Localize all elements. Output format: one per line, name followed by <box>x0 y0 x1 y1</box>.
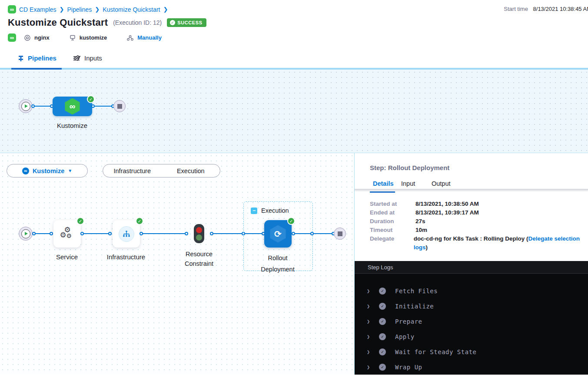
chevron-right-icon[interactable]: ❯ <box>367 349 379 355</box>
stage-execution-canvas[interactable]: ∞ Kustomize ▼ Infrastructure Execution ⚙… <box>0 153 354 375</box>
step-logs-list: ❯ ✓ Fetch Files ❯ ✓ Initialize ❯ ✓ Prepa… <box>355 274 588 375</box>
view-toggle: Infrastructure Execution <box>103 164 220 177</box>
toggle-infrastructure[interactable]: Infrastructure <box>103 167 162 174</box>
gears-icon: ⚙⚙⚙ <box>60 226 75 242</box>
tab-details[interactable]: Details <box>373 180 394 187</box>
breadcrumb-kustomize-quickstart[interactable]: Kustomize Quickstart <box>103 6 160 13</box>
service-icon <box>24 34 31 41</box>
details-tabs: Details Input Output <box>355 180 588 189</box>
tab-inputs[interactable]: Inputs <box>73 54 102 62</box>
pipeline-icon <box>17 55 24 62</box>
stage-start-node <box>19 227 33 241</box>
chevron-right-icon[interactable]: ❯ <box>367 318 379 325</box>
environment-icon <box>69 34 76 41</box>
edge-dot <box>91 104 95 108</box>
log-row-initialize[interactable]: ❯ ✓ Initialize <box>367 298 588 314</box>
chevron-right-icon[interactable]: ❯ <box>367 303 379 309</box>
step-label-resource-constraint: Resource Constraint <box>175 250 223 269</box>
edge <box>83 233 111 234</box>
stop-icon <box>117 104 122 109</box>
log-row-fetch-files[interactable]: ❯ ✓ Fetch Files <box>367 283 588 298</box>
stage-selector-dropdown[interactable]: ∞ Kustomize ▼ <box>7 164 88 177</box>
success-check-icon: ✓ <box>76 217 84 225</box>
detail-row-started-at: Started at 8/13/2021, 10:38:50 AM <box>370 200 588 208</box>
step-details-title: Step: Rollout Deployment <box>370 164 588 171</box>
service-name: nginx <box>34 34 50 41</box>
detail-row-delegate: Delegate doc-cd-ng for K8s Task : Rollin… <box>370 234 588 252</box>
cd-module-icon: ∞ <box>8 33 16 42</box>
success-check-icon: ✓ <box>136 217 143 225</box>
start-time-value: 8/13/2021 10:38:45 AM <box>533 6 588 12</box>
check-icon: ✓ <box>170 20 175 25</box>
edge-dot <box>108 232 112 235</box>
breadcrumb: ∞ CD Examples ❯ Pipelines ❯ Kustomize Qu… <box>8 5 168 13</box>
page-title: Kustomize Quickstart <box>8 17 108 28</box>
step-label-infrastructure: Infrastructure <box>99 251 153 263</box>
breadcrumb-pipelines[interactable]: Pipelines <box>67 6 92 13</box>
environment-name: kustomize <box>80 34 107 41</box>
chevron-right-icon: ❯ <box>60 6 64 13</box>
log-row-prepare[interactable]: ❯ ✓ Prepare <box>367 314 588 329</box>
log-success-icon: ✓ <box>379 333 386 340</box>
chevron-right-icon[interactable]: ❯ <box>367 364 379 370</box>
status-badge: ✓ SUCCESS <box>167 18 206 27</box>
details-tab-underline <box>370 191 395 193</box>
stop-icon <box>338 231 342 236</box>
edge-dot <box>50 232 53 235</box>
detail-row-timeout: Timeout 10m <box>370 226 588 234</box>
tab-output[interactable]: Output <box>432 180 451 187</box>
edge-dot <box>210 232 213 235</box>
chevron-right-icon[interactable]: ❯ <box>367 288 379 294</box>
stage-node-kustomize[interactable]: ∞ <box>53 97 92 116</box>
rollout-refresh-icon: ⟳ <box>269 225 287 243</box>
cd-module-icon: ∞ <box>8 5 16 13</box>
infrastructure-icon <box>119 226 134 242</box>
log-row-apply[interactable]: ❯ ✓ Apply <box>367 329 588 344</box>
log-row-wait-for-steady-state[interactable]: ❯ ✓ Wait for Steady State <box>367 344 588 359</box>
toggle-execution[interactable]: Execution <box>162 167 220 174</box>
chevron-right-icon[interactable]: ❯ <box>367 334 379 340</box>
step-logs-panel: Step Logs ❯ ✓ Fetch Files ❯ ✓ Initialize… <box>355 261 588 375</box>
success-check-icon: ✓ <box>287 217 295 225</box>
log-success-icon: ✓ <box>379 288 386 295</box>
step-details-panel: Step: Rollout Deployment Details Input O… <box>354 153 588 375</box>
start-time-label: Start time <box>504 6 528 12</box>
log-success-icon: ✓ <box>379 318 386 325</box>
trigger-icon <box>126 34 134 41</box>
step-node-service[interactable]: ⚙⚙⚙ <box>53 220 81 248</box>
harness-cd-icon: ∞ <box>64 98 81 115</box>
step-label-rollout-deployment: Rollout Deployment <box>252 252 304 275</box>
pipeline-graph-canvas[interactable]: ∞ ✓ Kustomize <box>0 70 588 153</box>
play-icon <box>21 102 30 111</box>
edge-dot <box>292 232 295 235</box>
trigger-manually-link[interactable]: Manually <box>137 34 162 41</box>
detail-row-duration: Duration 27s <box>370 217 588 226</box>
breadcrumb-cd-examples[interactable]: CD Examples <box>19 6 56 13</box>
detail-row-ended-at: Ended at 8/13/2021, 10:39:17 AM <box>370 208 588 217</box>
log-success-icon: ✓ <box>379 303 386 310</box>
green-light-icon <box>196 234 202 241</box>
step-label-service: Service <box>41 251 93 263</box>
step-node-rollout-deployment[interactable]: ⟳ <box>264 220 292 248</box>
edge-dot <box>185 232 188 235</box>
collapse-group-icon[interactable]: − <box>251 208 257 214</box>
step-detail-rows: Started at 8/13/2021, 10:38:50 AM Ended … <box>355 190 588 252</box>
log-success-icon: ✓ <box>379 364 386 371</box>
tab-input[interactable]: Input <box>401 180 415 187</box>
start-time: Start time 8/13/2021 10:38:45 AM <box>504 6 588 12</box>
log-row-wrap-up[interactable]: ❯ ✓ Wrap Up <box>367 359 588 375</box>
step-node-infrastructure[interactable] <box>113 220 140 248</box>
tab-pipelines[interactable]: Pipelines <box>17 54 56 62</box>
pipeline-start-node <box>19 99 33 113</box>
execution-group-header: − Execution <box>251 207 289 214</box>
execution-group-label: Execution <box>261 207 289 214</box>
log-success-icon: ✓ <box>379 348 386 355</box>
pipeline-end-node <box>113 100 126 112</box>
cd-stage-icon: ∞ <box>22 167 29 174</box>
edge-dot <box>310 232 314 235</box>
step-node-resource-constraint[interactable] <box>194 224 204 243</box>
inputs-icon <box>73 55 81 62</box>
edge-dot <box>80 232 84 235</box>
execution-id: (Execution ID: 12) <box>113 19 162 26</box>
red-light-icon <box>196 227 202 233</box>
